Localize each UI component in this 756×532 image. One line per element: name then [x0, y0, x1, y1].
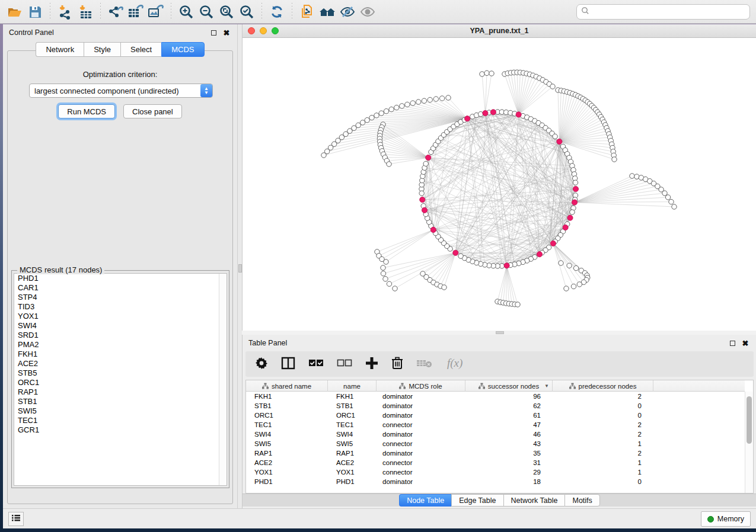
mcds-result-item[interactable]: SWI5: [14, 406, 227, 416]
mcds-list-scrollbar[interactable]: [219, 274, 227, 485]
column-header-shared-name[interactable]: shared name: [246, 380, 328, 392]
table-row[interactable]: YOX1YOX1connector291: [246, 467, 745, 477]
cell-successor-nodes[interactable]: 96: [465, 392, 553, 401]
mcds-result-item[interactable]: TEC1: [14, 416, 227, 425]
import-table-button[interactable]: [75, 2, 95, 21]
zoom-fit-button[interactable]: [216, 2, 237, 21]
horizontal-splitter[interactable]: [242, 331, 756, 335]
cell-shared-name[interactable]: STB1: [246, 401, 328, 411]
show-panels-button[interactable]: [8, 512, 24, 526]
table-row[interactable]: FKH1FKH1dominator962: [246, 392, 745, 401]
cell-name[interactable]: ORC1: [328, 411, 377, 420]
save-button[interactable]: [25, 2, 45, 21]
network-node[interactable]: [480, 72, 484, 76]
cell-successor-nodes[interactable]: 47: [465, 420, 553, 430]
mcds-result-item[interactable]: PMA2: [14, 340, 227, 350]
cell-predecessor-nodes[interactable]: 0: [553, 477, 653, 486]
deselect-all-button[interactable]: [337, 358, 352, 370]
cell-predecessor-nodes[interactable]: 0: [553, 401, 653, 411]
network-node-dominator[interactable]: [537, 252, 542, 257]
cell-name[interactable]: TEC1: [328, 420, 377, 430]
network-node[interactable]: [383, 277, 388, 281]
zoom-in-button[interactable]: [176, 2, 196, 21]
function-builder-button[interactable]: f(x): [446, 356, 466, 373]
mcds-result-item[interactable]: ACE2: [14, 359, 227, 368]
network-node-dominator[interactable]: [567, 215, 573, 220]
export-network-button[interactable]: [106, 2, 126, 21]
refresh-button[interactable]: [267, 2, 287, 21]
network-node-dominator[interactable]: [557, 139, 562, 144]
table-row[interactable]: ACE2ACE2connector311: [246, 458, 745, 467]
table-row[interactable]: SWI5SWI5connector431: [246, 439, 745, 448]
cell-name[interactable]: STB1: [328, 401, 377, 411]
table-row[interactable]: ORC1ORC1dominator610: [246, 411, 745, 420]
cell-successor-nodes[interactable]: 29: [465, 467, 553, 477]
network-node-dominator[interactable]: [563, 225, 568, 230]
select-all-button[interactable]: [308, 358, 324, 370]
settings-gear-button[interactable]: [255, 357, 268, 372]
network-node[interactable]: [428, 97, 432, 102]
network-node[interactable]: [374, 113, 379, 118]
run-mcds-button[interactable]: Run MCDS: [58, 104, 115, 118]
network-node[interactable]: [400, 104, 404, 108]
table-row[interactable]: STB1STB1dominator620: [246, 401, 745, 411]
mcds-result-item[interactable]: SRD1: [14, 331, 227, 340]
network-node[interactable]: [612, 157, 617, 162]
mcds-result-item[interactable]: SWI4: [14, 321, 227, 331]
network-node-dominator[interactable]: [490, 110, 496, 115]
network-node[interactable]: [458, 254, 463, 258]
cell-predecessor-nodes[interactable]: 2: [553, 430, 653, 439]
network-node-dominator[interactable]: [465, 116, 470, 121]
network-node-dominator[interactable]: [516, 112, 521, 117]
close-panel-icon[interactable]: ✖: [741, 338, 750, 348]
cell-successor-nodes[interactable]: 18: [465, 477, 553, 486]
network-node[interactable]: [389, 107, 394, 111]
show-all-button[interactable]: [358, 2, 378, 21]
search-input[interactable]: [589, 6, 749, 18]
mcds-result-item[interactable]: RAP1: [14, 387, 227, 397]
network-node[interactable]: [387, 162, 391, 166]
network-node[interactable]: [665, 195, 670, 200]
memory-button[interactable]: Memory: [701, 511, 751, 527]
clear-table-button[interactable]: [416, 358, 433, 371]
optimization-criterion-select[interactable]: largest connected component (undirected)…: [29, 84, 213, 98]
open-folder-button[interactable]: [5, 2, 25, 21]
close-panel-icon[interactable]: ✖: [222, 28, 231, 37]
sort-descending-icon[interactable]: ▼: [544, 383, 549, 389]
cell-predecessor-nodes[interactable]: 1: [553, 439, 653, 448]
cell-name[interactable]: PHD1: [328, 477, 377, 486]
cell-MCDS-role[interactable]: dominator: [377, 430, 465, 439]
add-row-button[interactable]: [365, 357, 378, 372]
tab-edge-table[interactable]: Edge Table: [451, 494, 503, 507]
table-scrollbar-thumb[interactable]: [747, 396, 752, 444]
table-row[interactable]: PHD1PHD1dominator180: [246, 477, 745, 486]
cell-shared-name[interactable]: YOX1: [246, 467, 328, 477]
column-header-successor-nodes[interactable]: successor nodes▼: [465, 380, 553, 392]
cell-predecessor-nodes[interactable]: 1: [553, 458, 653, 467]
cell-MCDS-role[interactable]: dominator: [377, 448, 465, 458]
cell-successor-nodes[interactable]: 61: [465, 411, 553, 420]
zoom-out-button[interactable]: [196, 2, 216, 21]
table-row[interactable]: SWI4SWI4dominator462: [246, 430, 745, 439]
network-overview-button[interactable]: [317, 2, 337, 21]
cell-successor-nodes[interactable]: 31: [465, 458, 553, 467]
network-node[interactable]: [423, 161, 428, 166]
network-node[interactable]: [553, 134, 557, 139]
network-node-dominator[interactable]: [430, 227, 436, 232]
mcds-result-item[interactable]: YOX1: [14, 312, 227, 321]
network-node-dominator[interactable]: [550, 241, 556, 246]
network-node-dominator[interactable]: [453, 250, 458, 255]
cell-shared-name[interactable]: TEC1: [246, 420, 328, 430]
network-window-titlebar[interactable]: YPA_prune.txt_1: [243, 24, 756, 38]
network-node[interactable]: [446, 95, 451, 100]
cell-shared-name[interactable]: ORC1: [246, 411, 328, 420]
cell-successor-nodes[interactable]: 35: [465, 448, 553, 458]
network-node-dominator[interactable]: [426, 155, 431, 161]
network-node[interactable]: [559, 261, 563, 265]
cell-shared-name[interactable]: FKH1: [246, 392, 328, 401]
mcds-result-item[interactable]: STB5: [14, 368, 227, 378]
network-node-dominator[interactable]: [572, 200, 577, 205]
cell-MCDS-role[interactable]: dominator: [377, 411, 465, 420]
cell-MCDS-role[interactable]: connector: [377, 439, 465, 448]
cell-name[interactable]: FKH1: [328, 392, 377, 401]
